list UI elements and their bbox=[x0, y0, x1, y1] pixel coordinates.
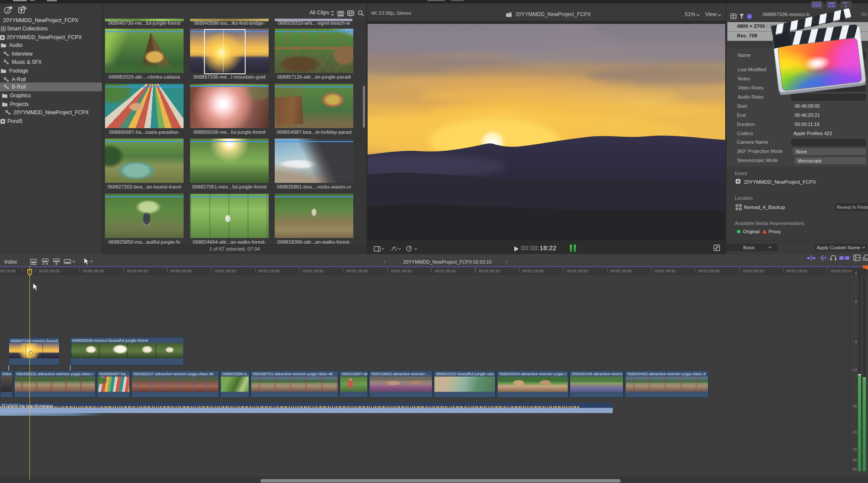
svg-text:i: i bbox=[749, 14, 750, 19]
